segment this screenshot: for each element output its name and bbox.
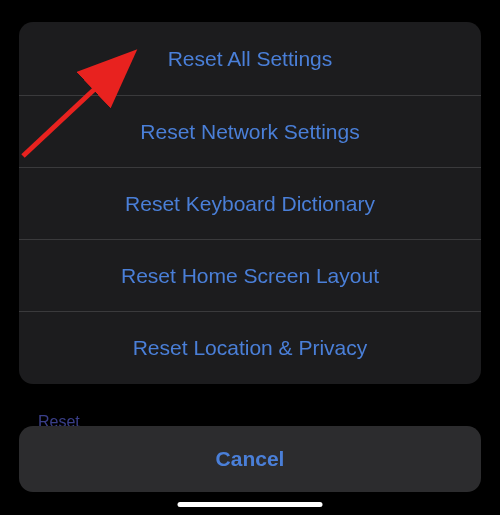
cancel-button[interactable]: Cancel [19,426,481,492]
action-label: Reset Network Settings [140,120,359,144]
reset-keyboard-dictionary-button[interactable]: Reset Keyboard Dictionary [19,168,481,240]
reset-home-screen-layout-button[interactable]: Reset Home Screen Layout [19,240,481,312]
home-indicator[interactable] [178,502,323,507]
cancel-label: Cancel [216,447,285,471]
reset-network-settings-button[interactable]: Reset Network Settings [19,96,481,168]
reset-location-privacy-button[interactable]: Reset Location & Privacy [19,312,481,384]
action-label: Reset All Settings [168,47,333,71]
reset-all-settings-button[interactable]: Reset All Settings [19,22,481,96]
action-label: Reset Keyboard Dictionary [125,192,375,216]
action-label: Reset Location & Privacy [133,336,368,360]
reset-action-sheet: Reset All Settings Reset Network Setting… [19,22,481,384]
action-label: Reset Home Screen Layout [121,264,379,288]
